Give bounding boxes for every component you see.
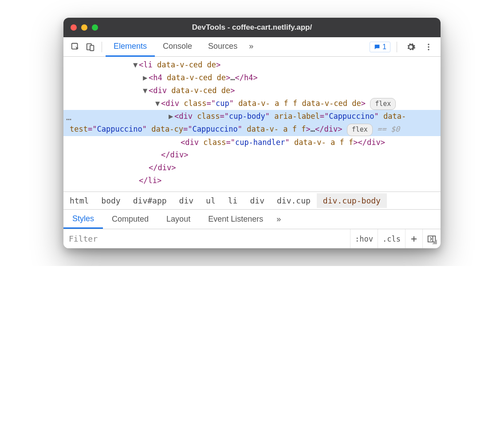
main-toolbar: Elements Console Sources » 1 — [63, 37, 441, 57]
toggle-sidebar-icon[interactable] — [422, 229, 441, 248]
dom-node-row[interactable]: ▼<div data-v-ced de> — [63, 84, 441, 97]
cls-toggle[interactable]: .cls — [378, 229, 405, 248]
dom-node-row[interactable]: <div class="cup-handler" data-v- a f f><… — [63, 136, 441, 149]
minimize-window-button[interactable] — [81, 24, 87, 31]
traffic-lights — [71, 24, 98, 31]
svg-rect-2 — [90, 45, 94, 51]
window-title: DevTools - coffee-cart.netlify.app/ — [63, 23, 441, 32]
breadcrumb-item[interactable]: div.cup-body — [317, 193, 387, 208]
kebab-menu-icon[interactable] — [421, 39, 436, 55]
toolbar-right: 1 — [366, 39, 436, 55]
tab-event-listeners[interactable]: Event Listeners — [199, 211, 272, 228]
expand-arrow-icon[interactable]: ▶ — [142, 71, 149, 84]
svg-point-3 — [428, 43, 429, 45]
dom-node-row[interactable]: ▼<div class="cup" data-v- a f f data-v-c… — [63, 97, 441, 110]
svg-point-4 — [428, 46, 429, 47]
styles-filter-row: :hov .cls — [63, 229, 441, 248]
issues-badge[interactable]: 1 — [370, 42, 390, 52]
toolbar-separator — [397, 42, 397, 52]
svg-point-5 — [428, 49, 429, 50]
device-toggle-icon[interactable] — [83, 39, 98, 55]
window-body: Elements Console Sources » 1 ▼<li — [63, 37, 441, 248]
breadcrumb-item[interactable]: ul — [200, 193, 222, 208]
flex-badge[interactable]: flex — [347, 124, 373, 136]
tab-layout[interactable]: Layout — [158, 211, 199, 228]
dom-node-row[interactable]: </div> — [63, 149, 441, 161]
styles-tabs-overflow[interactable]: » — [272, 211, 285, 228]
message-icon — [374, 43, 381, 51]
dom-breadcrumb[interactable]: htmlbodydiv#appdivullidivdiv.cupdiv.cup-… — [63, 192, 441, 209]
breadcrumb-item[interactable]: div.cup — [271, 193, 317, 208]
tab-styles[interactable]: Styles — [63, 210, 103, 229]
tabs-overflow[interactable]: » — [245, 37, 257, 57]
expand-arrow-icon[interactable]: ▼ — [132, 59, 139, 71]
dom-node-row[interactable]: ⋯▶<div class="cup-body" aria-label="Capp… — [63, 110, 441, 136]
styles-filter-input[interactable] — [63, 229, 350, 248]
inspect-element-icon[interactable] — [68, 39, 83, 55]
tab-computed[interactable]: Computed — [103, 211, 158, 228]
expand-arrow-icon[interactable]: ▼ — [154, 97, 161, 110]
breadcrumb-item[interactable]: div — [173, 193, 200, 208]
panel-tabs: Elements Console Sources » — [106, 37, 257, 57]
dom-node-row[interactable]: ▼<li data-v-ced de> — [63, 59, 441, 71]
expand-arrow-icon[interactable]: ▶ — [167, 110, 174, 123]
breadcrumb-item[interactable]: div — [244, 193, 271, 208]
titlebar: DevTools - coffee-cart.netlify.app/ — [63, 18, 441, 37]
styles-pane-tabs: Styles Computed Layout Event Listeners » — [63, 209, 441, 229]
row-actions-icon[interactable]: ⋯ — [66, 112, 72, 127]
tab-elements[interactable]: Elements — [106, 37, 155, 57]
console-reference: == $0 — [377, 125, 400, 133]
tab-sources[interactable]: Sources — [200, 37, 245, 57]
issues-count: 1 — [382, 43, 386, 51]
resize-corner-icon[interactable]: ◢ — [432, 238, 437, 245]
breadcrumb-item[interactable]: html — [63, 193, 95, 208]
tab-console[interactable]: Console — [155, 37, 200, 57]
dom-node-row[interactable]: ▶<h4 data-v-ced de>…</h4> — [63, 71, 441, 84]
elements-dom-tree[interactable]: ▼<li data-v-ced de>▶<h4 data-v-ced de>…<… — [63, 57, 441, 192]
hov-toggle[interactable]: :hov — [350, 229, 378, 248]
flex-badge[interactable]: flex — [370, 98, 396, 110]
close-window-button[interactable] — [71, 24, 77, 31]
settings-icon[interactable] — [403, 39, 418, 55]
dom-node-row[interactable]: </li> — [63, 174, 441, 187]
breadcrumb-item[interactable]: div#app — [127, 193, 173, 208]
dom-node-row[interactable]: </div> — [63, 161, 441, 174]
maximize-window-button[interactable] — [92, 24, 98, 31]
new-style-rule-button[interactable] — [405, 229, 422, 248]
breadcrumb-item[interactable]: li — [222, 193, 244, 208]
breadcrumb-item[interactable]: body — [95, 193, 126, 208]
expand-arrow-icon[interactable]: ▼ — [142, 84, 149, 97]
devtools-window: DevTools - coffee-cart.netlify.app/ Elem… — [63, 18, 441, 248]
toolbar-separator — [102, 42, 102, 52]
